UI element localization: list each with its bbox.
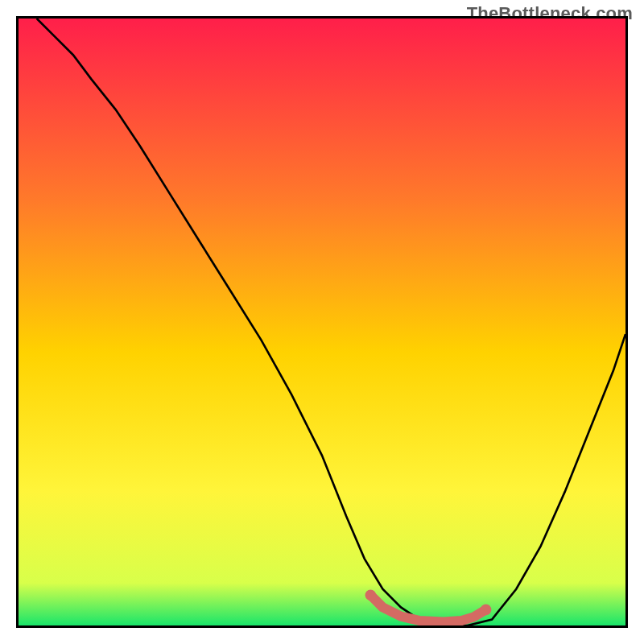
highlight-dot-right: [481, 605, 492, 616]
plot-area: [16, 16, 628, 628]
highlight-dot-left: [365, 590, 377, 601]
chart-stage: TheBottleneck.com: [0, 0, 644, 644]
optimal-range-highlight: [370, 595, 485, 621]
bottleneck-curve: [37, 19, 625, 625]
curve-layer: [19, 19, 625, 625]
